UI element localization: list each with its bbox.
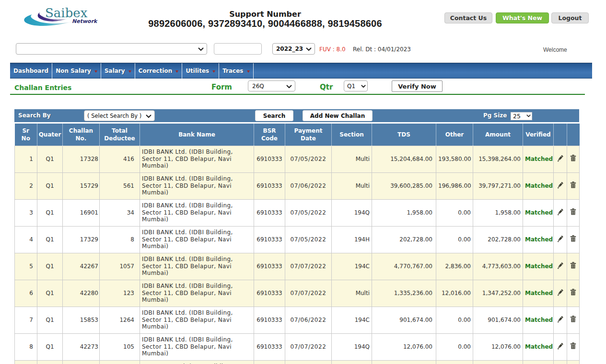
nav-item-utilites[interactable]: Utilites	[182, 63, 219, 79]
column-header: Challan No.	[63, 124, 100, 146]
edit-row-button[interactable]	[554, 226, 567, 253]
cell-sr: 7	[15, 307, 37, 333]
search-button[interactable]: Search	[255, 110, 293, 121]
delete-row-button[interactable]	[567, 280, 580, 307]
cell-verified: Matched	[523, 172, 554, 199]
delete-row-button[interactable]	[567, 199, 580, 226]
edit-pencil-icon	[557, 342, 564, 350]
whats-new-button[interactable]: What's New	[496, 12, 549, 23]
edit-row-button[interactable]	[554, 307, 567, 333]
edit-pencil-icon	[557, 208, 564, 216]
cell-sr: 4	[15, 226, 37, 253]
nav-item-dashboard[interactable]: Dashboard	[10, 63, 52, 79]
token-input[interactable]	[214, 43, 262, 55]
cell-sr	[15, 360, 37, 364]
cell-tds: 1,958.00	[372, 199, 436, 226]
delete-row-button[interactable]	[567, 360, 580, 364]
contact-us-button[interactable]: Contact Us	[444, 12, 492, 23]
nav-item-correction[interactable]: Correction	[135, 63, 182, 79]
cell-sr: 3	[15, 199, 37, 226]
edit-pencil-icon	[557, 289, 564, 296]
cell-other: 12,016.00	[436, 280, 473, 307]
cell-qtr: Q1	[37, 253, 63, 280]
page: Saibex Network Support Number 9892606006…	[0, 0, 606, 364]
cell-date	[285, 360, 332, 364]
welcome-text: Welcome	[543, 46, 567, 53]
cell-deductee: 34	[100, 199, 140, 226]
cell-bank: IDBI BANK Ltd. (IDBI Building, Sector 11…	[140, 172, 254, 199]
cell-qtr: Q1	[37, 280, 63, 307]
cell-section	[332, 360, 372, 364]
nav-dropdown-arrow-icon	[247, 70, 250, 73]
add-new-challan-button[interactable]: Add New Challan	[303, 110, 373, 121]
cell-verified: Matched	[523, 333, 554, 360]
cell-challan: 15853	[63, 307, 100, 333]
search-by-label: Search By	[18, 112, 51, 119]
cell-other: 0.00	[436, 226, 473, 253]
edit-pencil-icon	[557, 316, 564, 323]
fuv-version: FUV : 8.0	[319, 46, 346, 53]
cell-tds: 202,728.00	[372, 226, 436, 253]
cell-date: 07/07/2022	[285, 280, 332, 307]
nav-item-traces[interactable]: Traces	[219, 63, 253, 79]
edit-row-button[interactable]	[554, 280, 567, 307]
delete-row-button[interactable]	[567, 146, 580, 172]
edit-pencil-icon	[557, 262, 564, 269]
edit-row-button[interactable]	[554, 146, 567, 172]
cell-section: 194H	[332, 226, 372, 253]
cell-bsr: 6910333	[254, 146, 285, 172]
cell-tds: 12,076.00	[372, 333, 436, 360]
nav-dropdown-arrow-icon	[175, 70, 178, 73]
logout-button[interactable]: Logout	[551, 12, 589, 23]
edit-row-button[interactable]	[554, 172, 567, 199]
edit-row-button[interactable]	[554, 253, 567, 280]
column-header: Payment Date	[285, 124, 332, 146]
delete-row-button[interactable]	[567, 333, 580, 360]
cell-tds: 4,770,767.00	[372, 253, 436, 280]
cell-amount: 901,674.00	[473, 307, 523, 333]
nav-item-label: Salary	[105, 68, 125, 74]
qtr-label: Qtr	[320, 83, 333, 91]
column-header: Quater	[37, 124, 63, 146]
cell-verified: Matched	[523, 253, 554, 280]
delete-row-button[interactable]	[567, 307, 580, 333]
cell-date: 07/05/2022	[285, 146, 332, 172]
delete-trash-icon	[570, 235, 576, 242]
table-row: 8Q142273105IDBI BANK Ltd. (IDBI Building…	[15, 333, 580, 360]
cell-challan: 17329	[63, 226, 100, 253]
main-nav: DashboardNon SalarySalaryCorrectionUtili…	[10, 63, 592, 79]
cell-bsr	[254, 360, 285, 364]
cell-amount: 12,076.00	[473, 333, 523, 360]
delete-row-button[interactable]	[567, 172, 580, 199]
cell-tds: 1,335,236.00	[372, 280, 436, 307]
edit-row-button[interactable]	[554, 360, 567, 364]
cell-amount	[473, 360, 523, 364]
edit-row-button[interactable]	[554, 199, 567, 226]
nav-item-non-salary[interactable]: Non Salary	[52, 63, 101, 79]
cell-challan: 42267	[63, 253, 100, 280]
cell-date: 07/07/2022	[285, 253, 332, 280]
cell-sr: 5	[15, 253, 37, 280]
cell-deductee	[100, 360, 140, 364]
cell-bank: IDBI BANK Ltd. (IDBI Building, Sector 11…	[140, 360, 254, 364]
cell-bsr: 6910333	[254, 307, 285, 333]
cell-bank: IDBI BANK Ltd. (IDBI Building, Sector 11…	[140, 307, 254, 333]
year-select[interactable]: 2022_23	[272, 43, 315, 55]
verify-now-button[interactable]: Verify Now	[392, 80, 443, 92]
nav-item-salary[interactable]: Salary	[101, 63, 135, 79]
cell-sr: 1	[15, 146, 37, 172]
cell-date: 07/06/2022	[285, 172, 332, 199]
cell-deductee: 561	[100, 172, 140, 199]
company-select[interactable]	[16, 43, 207, 55]
qtr-select[interactable]: Q1	[344, 80, 368, 91]
search-by-select[interactable]: ( Select Search By )	[84, 110, 155, 121]
edit-pencil-icon	[557, 182, 564, 189]
edit-row-button[interactable]	[554, 333, 567, 360]
delete-row-button[interactable]	[567, 253, 580, 280]
pg-size-select[interactable]: 25	[511, 112, 532, 120]
nav-dropdown-arrow-icon	[128, 70, 131, 73]
nav-dropdown-arrow-icon	[94, 70, 97, 73]
form-select[interactable]: 26Q	[248, 80, 295, 91]
table-row: 3Q11690134IDBI BANK Ltd. (IDBI Building,…	[15, 199, 580, 226]
delete-row-button[interactable]	[567, 226, 580, 253]
